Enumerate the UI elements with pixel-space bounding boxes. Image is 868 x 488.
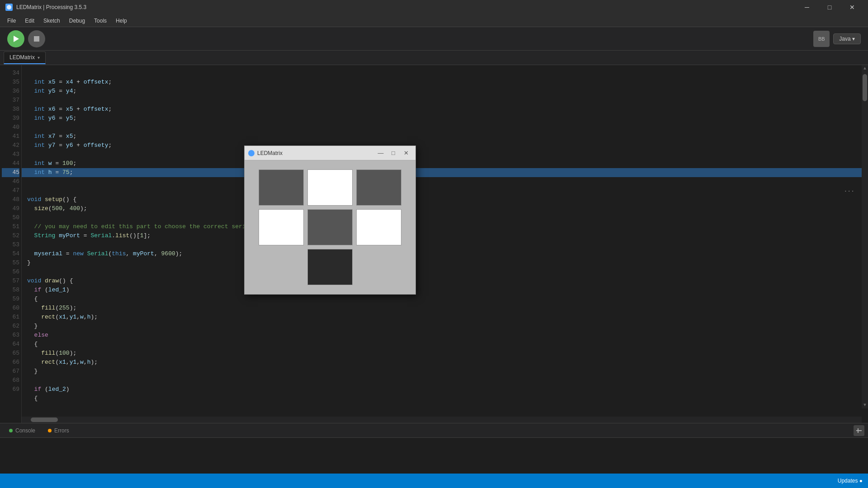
led-cell-1-1[interactable] — [259, 169, 304, 206]
console-dot — [9, 429, 13, 432]
svg-rect-4 — [858, 428, 859, 433]
menu-debug[interactable]: Debug — [66, 16, 89, 26]
led-cell-2-2[interactable] — [307, 209, 353, 245]
status-right — [854, 425, 864, 436]
code-editor[interactable]: 34353637 38394041 424344 45 46474849 505… — [0, 65, 868, 423]
svg-rect-2 — [34, 36, 39, 42]
led-window-icon — [248, 150, 255, 156]
svg-rect-3 — [856, 430, 862, 431]
bottom-tabs-bar: Console Errors — [0, 423, 868, 437]
code-area: 34353637 38394041 424344 45 46474849 505… — [0, 65, 868, 423]
settings-icon[interactable] — [854, 425, 864, 436]
app-icon — [5, 4, 13, 11]
led-window-title: LEDMatrix — [257, 150, 283, 156]
led-row-2 — [259, 209, 401, 245]
maximize-button[interactable]: □ — [819, 0, 840, 14]
status-bar: Updates ● — [0, 474, 868, 488]
led-row-3 — [307, 249, 353, 285]
led-cell-2-1[interactable] — [259, 209, 304, 245]
led-close-button[interactable]: ✕ — [400, 148, 412, 158]
led-matrix-window: LEDMatrix — □ ✕ — [244, 145, 416, 295]
menu-tools[interactable]: Tools — [90, 16, 110, 26]
menu-help[interactable]: Help — [112, 16, 131, 26]
tab-bar: LEDMatrix ▾ — [0, 51, 868, 65]
menu-sketch[interactable]: Sketch — [40, 16, 64, 26]
editor-wrapper: 34353637 38394041 424344 45 46474849 505… — [0, 65, 868, 423]
svg-marker-1 — [14, 36, 19, 42]
led-cell-2-3[interactable] — [356, 209, 401, 245]
profile-icon[interactable]: BB — [813, 31, 830, 47]
java-selector[interactable]: Java ▾ — [833, 33, 861, 44]
tab-ledmatrix[interactable]: LEDMatrix ▾ — [4, 52, 46, 64]
menu-bar: File Edit Sketch Debug Tools Help — [0, 14, 868, 27]
stop-button[interactable] — [28, 30, 45, 47]
led-cell-3-2[interactable] — [307, 249, 353, 285]
svg-point-0 — [7, 5, 11, 9]
title-text: LEDMatrix | Processing 3.5.3 — [16, 4, 86, 10]
led-minimize-button[interactable]: — — [375, 148, 387, 158]
led-window-controls: — □ ✕ — [375, 148, 412, 158]
menu-file[interactable]: File — [4, 16, 19, 26]
console-tab-label: Console — [15, 427, 35, 434]
window-controls: ─ □ ✕ — [797, 0, 863, 14]
title-bar-left: LEDMatrix | Processing 3.5.3 — [5, 4, 86, 11]
errors-tab[interactable]: Errors — [42, 424, 75, 437]
errors-tab-label: Errors — [54, 427, 69, 434]
toolbar-right: BB Java ▾ — [813, 31, 861, 47]
console-tab[interactable]: Console — [4, 424, 41, 437]
led-title-left: LEDMatrix — [248, 150, 283, 156]
status-text: Updates ● — [838, 478, 863, 484]
run-button[interactable] — [7, 30, 24, 47]
code-lines[interactable]: int x5 = x4 + offsetx; int y5 = y4; int … — [22, 65, 868, 423]
led-cell-1-2[interactable] — [307, 169, 353, 206]
led-canvas[interactable] — [245, 160, 415, 294]
led-maximize-button[interactable]: □ — [387, 148, 399, 158]
console-area — [0, 437, 868, 474]
menu-edit[interactable]: Edit — [21, 16, 38, 26]
led-cell-1-3[interactable] — [356, 169, 401, 206]
toolbar: BB Java ▾ — [0, 27, 868, 51]
title-bar: LEDMatrix | Processing 3.5.3 ─ □ ✕ — [0, 0, 868, 14]
led-window-titlebar: LEDMatrix — □ ✕ — [245, 146, 415, 160]
line-numbers: 34353637 38394041 424344 45 46474849 505… — [0, 65, 22, 423]
led-row-1 — [259, 169, 401, 206]
errors-dot — [48, 429, 52, 432]
ellipsis-indicator: ... — [844, 186, 854, 193]
app-wrapper: LEDMatrix | Processing 3.5.3 ─ □ ✕ File … — [0, 0, 868, 488]
minimize-button[interactable]: ─ — [797, 0, 817, 14]
close-button[interactable]: ✕ — [842, 0, 863, 14]
